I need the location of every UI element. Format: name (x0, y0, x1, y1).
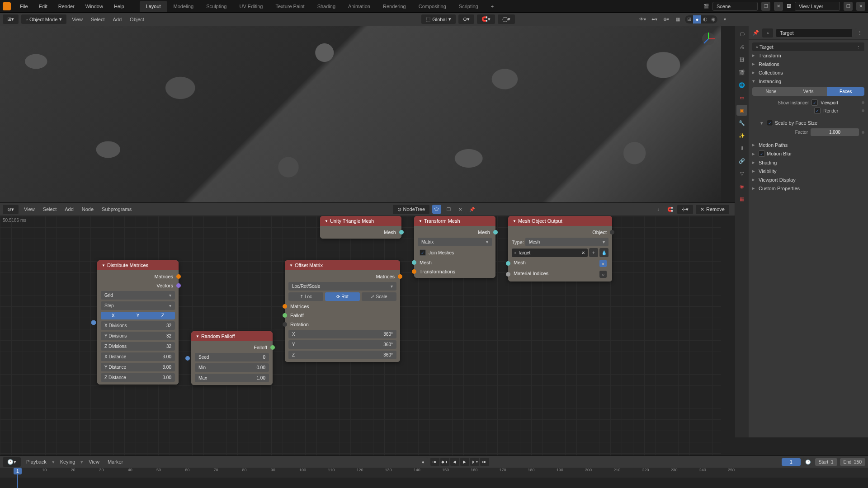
x-distance-field[interactable]: X Distance3.00 (101, 352, 175, 361)
menu-render[interactable]: Render (54, 2, 79, 11)
node-unity-triangle-mesh[interactable]: Unity Triangle Mesh Mesh (320, 216, 401, 239)
factor-field[interactable]: 1.000 (811, 128, 859, 136)
remove-button[interactable]: ✕ Remove (696, 205, 729, 214)
workspace-sculpting[interactable]: Sculpting (200, 1, 233, 12)
ptab-scene-icon[interactable]: 🎬 (736, 67, 747, 78)
tl-view-menu[interactable]: View (86, 459, 102, 465)
socket-in-rotation[interactable]: Rotation (288, 321, 396, 328)
object-type-icon[interactable]: ▫ (762, 28, 773, 38)
visibility-icon[interactable]: 👁▾ (638, 15, 647, 24)
ptab-modifier-icon[interactable]: 🔧 (736, 117, 747, 128)
start-field[interactable]: Start1 (815, 458, 837, 466)
workspace-compositing[interactable]: Compositing (412, 1, 453, 12)
node-mesh-object-output[interactable]: Mesh Object Output Object Type: Mesh▾ ▫ … (508, 216, 612, 282)
ptab-viewlayer-icon[interactable]: 🖼 (736, 54, 747, 65)
ptab-constraint-icon[interactable]: 🔗 (736, 155, 747, 166)
scene-new-icon[interactable]: ❐ (761, 2, 770, 11)
gizmo-icon[interactable]: ⬌▾ (650, 15, 659, 24)
tl-marker-menu[interactable]: Marker (105, 459, 126, 465)
loc-toggle[interactable]: ↥ Loc (288, 292, 323, 301)
z-distance-field[interactable]: Z Distance3.00 (101, 373, 175, 382)
panel-visibility[interactable]: ▸Visibility (752, 167, 864, 175)
rot-x-field[interactable]: X360° (288, 330, 396, 338)
node-view-menu[interactable]: View (21, 206, 38, 212)
socket-in-material-indices[interactable]: Material Indices○ (512, 270, 609, 279)
solid-shading-icon[interactable]: ● (693, 15, 701, 23)
panel-motion-paths[interactable]: ▸Motion Paths (752, 141, 864, 149)
nav-gizmo-icon[interactable] (699, 30, 717, 48)
node-title[interactable]: Random Falloff (191, 331, 273, 341)
y-divisions-field[interactable]: Y Divisions32 (101, 332, 175, 340)
tl-playback-menu[interactable]: Playback (24, 459, 49, 465)
socket-out-mesh[interactable]: Mesh (324, 229, 398, 236)
scene-field[interactable]: Scene (712, 2, 758, 11)
distribute-step-select[interactable]: Step▾ (101, 301, 175, 310)
snap-target-icon[interactable]: ⊹▾ (677, 205, 693, 214)
jump-start-icon[interactable]: ⏮ (430, 458, 439, 466)
timeline-ruler[interactable]: 1102030405060708090100110120130140150160… (0, 468, 868, 478)
snap-node-icon[interactable]: 🧲 (665, 205, 675, 214)
node-random-falloff[interactable]: Random Falloff Falloff Seed0 Min0.00 Max… (191, 331, 273, 385)
ptab-texture-icon[interactable]: ▦ (736, 193, 747, 204)
overlay-icon[interactable]: ⊕▾ (661, 15, 670, 24)
orientation-select[interactable]: ⬚ Global ▾ (421, 14, 456, 24)
viewlayer-field[interactable]: View Layer (795, 2, 840, 11)
socket-in-matrices[interactable]: Matrices (288, 303, 396, 310)
3d-viewport[interactable] (0, 26, 721, 202)
node-title[interactable]: Mesh Object Output (508, 216, 612, 226)
socket-in-mesh[interactable]: Mesh● (512, 259, 609, 268)
pivot-select[interactable]: ⊙▾ (458, 14, 474, 24)
eyedropper-icon[interactable]: 💧 (599, 248, 609, 257)
current-frame-field[interactable]: 1 (782, 458, 801, 466)
workspace-texpaint[interactable]: Texture Paint (269, 1, 311, 12)
shield-icon[interactable]: 🛡 (432, 205, 441, 214)
panel-relations[interactable]: ▸Relations (752, 60, 864, 68)
ptab-output-icon[interactable]: 🖨 (736, 42, 747, 52)
x-divisions-field[interactable]: X Divisions32 (101, 321, 175, 330)
ptab-world-icon[interactable]: 🌐 (736, 80, 747, 90)
nodetree-new-icon[interactable]: ❐ (444, 205, 453, 214)
node-title[interactable]: Unity Triangle Mesh (320, 216, 401, 226)
workspace-add[interactable]: + (485, 1, 500, 12)
autokey-icon[interactable]: ● (419, 457, 428, 466)
panel-viewport-display[interactable]: ▸Viewport Display (752, 175, 864, 184)
scale-face-checkbox-row[interactable]: ▾✓Scale by Face Size (752, 118, 864, 127)
select-menu[interactable]: Select (88, 17, 108, 22)
socket-out-vectors[interactable]: Vectors (101, 282, 175, 289)
workspace-modeling[interactable]: Modeling (167, 1, 200, 12)
matprev-shading-icon[interactable]: ◐ (701, 15, 709, 23)
workspace-uv[interactable]: UV Editing (233, 1, 269, 12)
proportional-select[interactable]: ◯▾ (498, 14, 515, 24)
panel-shading[interactable]: ▸Shading (752, 158, 864, 167)
ptab-particle-icon[interactable]: ✨ (736, 130, 747, 141)
ptab-render-icon[interactable]: 🖵 (736, 29, 747, 40)
node-editor-type[interactable]: ⊚▾ (3, 205, 19, 214)
add-menu[interactable]: Add (110, 17, 125, 22)
object-field[interactable]: ▫ Target✕ (512, 249, 588, 257)
render-shading-icon[interactable]: ◉ (709, 15, 717, 23)
offset-mode-select[interactable]: Loc/Rot/Scale▾ (288, 282, 396, 291)
viewport-checkbox[interactable]: ✓ (811, 99, 818, 106)
socket-in-mesh[interactable]: Mesh (418, 259, 492, 266)
socket-out-mesh[interactable]: Mesh (418, 229, 492, 236)
socket-out-falloff[interactable]: Falloff (195, 344, 269, 351)
panel-transform[interactable]: ▸Transform (752, 51, 864, 60)
workspace-shading[interactable]: Shading (311, 1, 342, 12)
snap-select[interactable]: 🧲▾ (477, 14, 495, 24)
axis-toggle[interactable]: XYZ (101, 312, 175, 319)
seed-field[interactable]: Seed0 (195, 353, 269, 361)
menu-help[interactable]: Help (109, 2, 129, 11)
panel-motion-blur[interactable]: ▸✓Motion Blur (752, 149, 864, 158)
object-menu[interactable]: Object (127, 17, 147, 22)
nodetree-unlink-icon[interactable]: ✕ (456, 205, 465, 214)
y-distance-field[interactable]: Y Distance3.00 (101, 363, 175, 371)
timeline-track[interactable]: 1102030405060708090100110120130140150160… (0, 468, 868, 488)
rot-y-field[interactable]: Y360° (288, 340, 396, 349)
menu-edit[interactable]: Edit (34, 2, 52, 11)
end-field[interactable]: End250 (840, 458, 865, 466)
pin-icon[interactable]: 📌 (467, 205, 476, 214)
jump-end-icon[interactable]: ⏭ (480, 458, 489, 466)
min-field[interactable]: Min0.00 (195, 363, 269, 372)
node-title[interactable]: Transform Mesh (414, 216, 495, 226)
object-add-icon[interactable]: + (589, 248, 598, 257)
